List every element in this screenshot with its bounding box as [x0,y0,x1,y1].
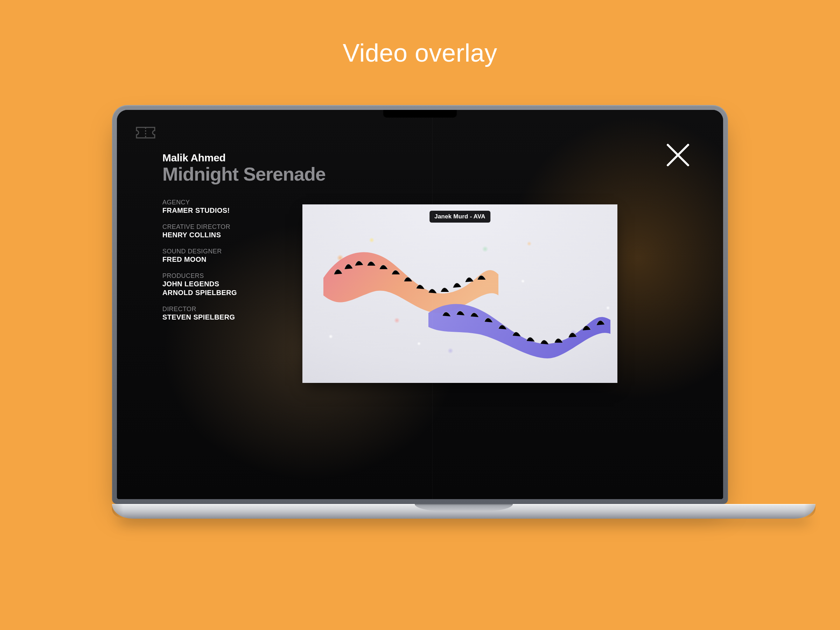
credit-row: DIRECTOR STEVEN SPIELBERG [163,306,325,322]
video-info-panel: Malik Ahmed Midnight Serenade AGENCY FRA… [163,152,325,330]
credit-value: JOHN LEGENDS ARNOLD SPIELBERG [163,279,325,297]
credit-row: PRODUCERS JOHN LEGENDS ARNOLD SPIELBERG [163,272,325,297]
close-button[interactable] [664,141,692,169]
laptop-mockup: Malik Ahmed Midnight Serenade AGENCY FRA… [112,105,728,519]
page-heading: Video overlay [0,38,840,67]
credit-value: FRAMER STUDIOS! [163,206,325,215]
video-title-chip: Janek Murd - AVA [429,211,490,223]
laptop-thumb-cut [415,504,513,511]
credit-value: FRED MOON [163,255,325,264]
credit-row: SOUND DESIGNER FRED MOON [163,248,325,264]
credit-row: CREATIVE DIRECTOR HENRY COLLINS [163,223,325,239]
credit-label: AGENCY [163,199,325,206]
credit-value: STEVEN SPIELBERG [163,313,325,322]
artist-name: Malik Ahmed [163,152,325,164]
laptop-bezel: Malik Ahmed Midnight Serenade AGENCY FRA… [117,110,723,499]
app-screen: Malik Ahmed Midnight Serenade AGENCY FRA… [117,110,723,499]
credit-label: PRODUCERS [163,272,325,279]
credit-label: DIRECTOR [163,306,325,313]
credit-label: SOUND DESIGNER [163,248,325,255]
laptop-lid: Malik Ahmed Midnight Serenade AGENCY FRA… [112,105,728,504]
video-player[interactable]: Janek Murd - AVA [302,204,617,383]
laptop-deck [112,504,815,519]
ticket-icon [135,125,156,140]
credit-label: CREATIVE DIRECTOR [163,223,325,231]
laptop-notch [383,110,457,118]
credit-row: AGENCY FRAMER STUDIOS! [163,199,325,215]
credit-value: HENRY COLLINS [163,231,325,239]
video-title: Midnight Serenade [163,163,325,185]
credits-list: AGENCY FRAMER STUDIOS! CREATIVE DIRECTOR… [163,199,325,322]
